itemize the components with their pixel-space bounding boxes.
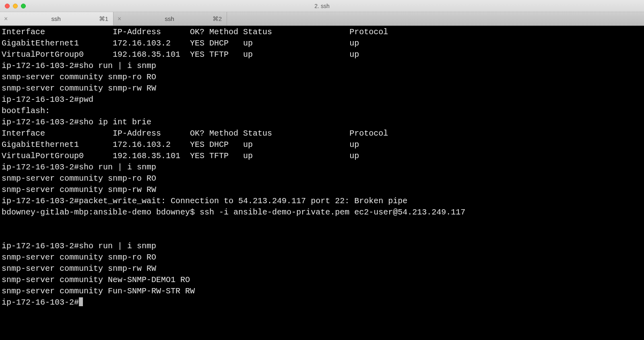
tab-shortcut: ⌘1 <box>99 15 108 23</box>
window-title: 2. ssh <box>314 3 329 9</box>
terminal-line: ip-172-16-103-2#packet_write_wait: Conne… <box>2 196 407 206</box>
terminal-line: bdowney-gitlab-mbp:ansible-demo bdowney$… <box>2 208 465 217</box>
terminal-line: VirtualPortGroup0 192.168.35.101 YES TFT… <box>2 50 359 59</box>
terminal-line: Interface IP-Address OK? Method Status P… <box>2 129 388 138</box>
terminal-line: snmp-server community snmp-ro RO <box>2 174 156 183</box>
terminal-line: snmp-server community snmp-rw RW <box>2 84 156 93</box>
tab-ssh-2[interactable]: × ssh ⌘2 <box>114 12 227 25</box>
window-controls <box>0 4 26 8</box>
terminal-line: ip-172-16-103-2#pwd <box>2 95 93 104</box>
close-window-button[interactable] <box>5 4 10 8</box>
terminal-line: GigabitEthernet1 172.16.103.2 YES DHCP u… <box>2 39 359 48</box>
maximize-window-button[interactable] <box>21 4 26 8</box>
terminal-line: snmp-server community snmp-ro RO <box>2 72 156 82</box>
tab-shortcut: ⌘2 <box>213 15 222 23</box>
terminal-line: ip-172-16-103-2#sho run | i snmp <box>2 163 156 172</box>
terminal-line: bootflash: <box>2 106 50 115</box>
minimize-window-button[interactable] <box>13 4 18 8</box>
close-tab-icon[interactable]: × <box>114 15 124 23</box>
terminal-line: snmp-server community Fun-SNMP-RW-STR RW <box>2 286 195 296</box>
terminal-line: ip-172-16-103-2#sho run | i snmp <box>2 61 156 70</box>
terminal-line: ip-172-16-103-2#sho ip int brie <box>2 117 151 127</box>
tab-ssh-1[interactable]: × ssh ⌘1 <box>0 12 114 25</box>
terminal-prompt: ip-172-16-103-2# <box>2 298 79 307</box>
terminal-line: ip-172-16-103-2#sho run | i snmp <box>2 241 156 251</box>
terminal-line: GigabitEthernet1 172.16.103.2 YES DHCP u… <box>2 140 359 149</box>
terminal-line: snmp-server community snmp-ro RO <box>2 253 156 262</box>
tab-label: ssh <box>11 15 113 22</box>
cursor-icon <box>79 297 83 306</box>
terminal-line: snmp-server community New-SNMP-DEMO1 RO <box>2 275 190 284</box>
close-tab-icon[interactable]: × <box>0 15 11 23</box>
terminal-line: snmp-server community snmp-rw RW <box>2 185 156 194</box>
terminal-line: snmp-server community snmp-rw RW <box>2 264 156 273</box>
tab-label: ssh <box>124 15 227 22</box>
tab-bar: × ssh ⌘1 × ssh ⌘2 <box>0 12 644 26</box>
terminal-line: Interface IP-Address OK? Method Status P… <box>2 27 388 37</box>
terminal-output[interactable]: Interface IP-Address OK? Method Status P… <box>0 26 644 340</box>
terminal-line: VirtualPortGroup0 192.168.35.101 YES TFT… <box>2 151 359 161</box>
window-titlebar: 2. ssh <box>0 0 644 12</box>
